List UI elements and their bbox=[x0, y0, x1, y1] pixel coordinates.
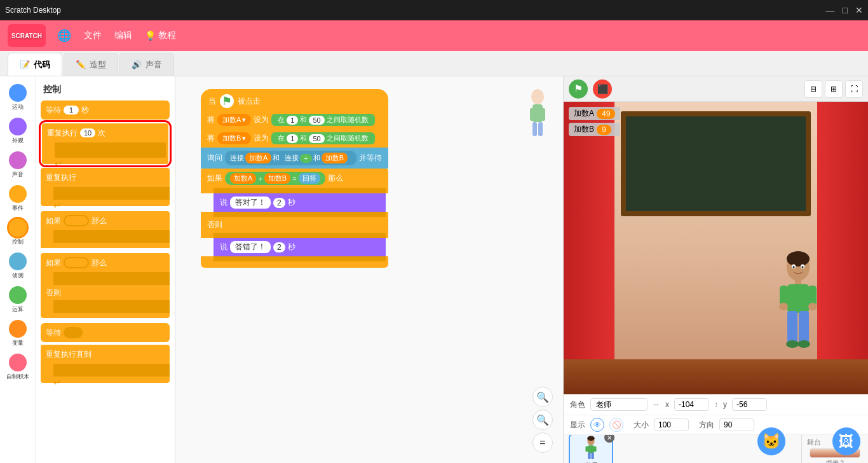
edit-menu[interactable]: 编辑 bbox=[108, 26, 139, 45]
zoom-out-icon: 🔍 bbox=[536, 414, 549, 426]
eq-sign: = bbox=[292, 175, 296, 183]
script-container: 当 ⚑ 被点击 将 加数A ▾ 设为 在 1 和 50 bbox=[201, 89, 388, 268]
if-foot bbox=[41, 243, 170, 248]
category-variables[interactable]: 变量 bbox=[2, 317, 34, 350]
set-var-b-block[interactable]: 将 加数B ▾ 设为 在 1 和 50 之间取随机数 bbox=[201, 129, 388, 148]
zoom-out-button[interactable]: 🔍 bbox=[532, 410, 553, 430]
else-body-indent bbox=[201, 233, 388, 238]
if-body bbox=[41, 230, 170, 243]
size-input[interactable] bbox=[654, 418, 689, 431]
stage-section-label: 舞台 bbox=[807, 438, 821, 447]
cond-var-a: 加数A bbox=[230, 173, 256, 184]
y-input[interactable] bbox=[732, 398, 767, 411]
category-sound[interactable]: 声音 bbox=[2, 149, 34, 181]
sprite-name-input[interactable] bbox=[590, 398, 648, 411]
ask-block[interactable]: 询问 连接 加数A 和 连接 + 和 加数B 并等待 bbox=[201, 148, 388, 169]
var-a-value: 49 bbox=[597, 109, 615, 119]
categories-panel: 运动 外观 声音 事件 控制 侦测 运算 变量 bbox=[0, 76, 36, 463]
category-operators[interactable]: 运算 bbox=[2, 284, 34, 316]
category-control[interactable]: 控制 bbox=[2, 216, 34, 249]
wait-block-label: 等待 bbox=[46, 105, 61, 116]
stage-header: ⚑ ⬛ ⊟ ⊞ ⛶ bbox=[564, 76, 868, 102]
minimize-button[interactable]: — bbox=[826, 5, 835, 15]
repeat-label: 重复执行 bbox=[47, 128, 78, 139]
range-b-val2[interactable]: 50 bbox=[309, 134, 324, 143]
tab-costume[interactable]: ✏️ 造型 bbox=[64, 53, 118, 76]
repeat-block[interactable]: 重复执行 10 次 bbox=[42, 123, 168, 142]
say-sec: 秒 bbox=[288, 197, 295, 208]
cond-var-b: 加数B bbox=[264, 173, 290, 184]
tutorial-icon: 💡 bbox=[145, 31, 156, 41]
repeat-until-foot: ↩ bbox=[41, 377, 170, 383]
close-button[interactable]: ✕ bbox=[855, 5, 863, 15]
join1-label: 连接 bbox=[230, 153, 244, 163]
wait-block[interactable]: 等待 1 秒 bbox=[41, 100, 170, 120]
add-sprite-button[interactable]: 🐱 bbox=[757, 427, 785, 455]
category-sensing[interactable]: 侦测 bbox=[2, 250, 34, 282]
stop-button[interactable]: ⬛ bbox=[593, 79, 612, 99]
category-events[interactable]: 事件 bbox=[2, 183, 34, 215]
tabbar: 📝 代码 ✏️ 造型 🔊 声音 bbox=[0, 51, 868, 76]
wrong-time[interactable]: 2 bbox=[273, 242, 285, 252]
repeat-until-block[interactable]: 重复执行直到 bbox=[41, 345, 170, 364]
add-background-button[interactable]: 🖼 bbox=[832, 427, 860, 455]
x-input[interactable] bbox=[674, 398, 709, 411]
large-stage-button[interactable]: ⊞ bbox=[825, 80, 843, 98]
tab-code-label: 代码 bbox=[34, 59, 50, 71]
svg-point-10 bbox=[793, 266, 795, 268]
wait2-block[interactable]: 等待 bbox=[41, 323, 170, 342]
set-var-a-block[interactable]: 将 加数A ▾ 设为 在 1 和 50 之间取随机数 bbox=[201, 111, 388, 129]
menubar: SCRATCH 🌐 文件 编辑 💡 教程 bbox=[0, 20, 868, 51]
tab-code[interactable]: 📝 代码 bbox=[8, 53, 62, 76]
forever-block[interactable]: 重复执行 bbox=[41, 168, 170, 187]
svg-point-23 bbox=[587, 436, 594, 441]
if-header[interactable]: 如果 加数A + 加数B = 回答 那么 bbox=[201, 169, 388, 188]
category-myblocks-label: 自制积木 bbox=[6, 373, 29, 381]
var-b-selector[interactable]: 加数B ▾ bbox=[217, 132, 251, 144]
if-else-block[interactable]: 如果 那么 bbox=[41, 253, 170, 272]
svg-point-11 bbox=[802, 266, 804, 268]
svg-rect-3 bbox=[539, 108, 545, 121]
sprite-delete-button[interactable]: ✕ bbox=[604, 435, 614, 443]
tutorial-menu[interactable]: 💡 教程 bbox=[139, 26, 182, 45]
say-wrong-block[interactable]: 说 答错了！ 2 秒 bbox=[214, 238, 386, 256]
show-button[interactable]: 👁 bbox=[590, 418, 604, 432]
svg-point-17 bbox=[808, 303, 817, 310]
zoom-in-button[interactable]: 🔍 bbox=[532, 387, 553, 407]
repeat-input[interactable]: 10 bbox=[80, 128, 95, 137]
green-flag-button[interactable]: ⚑ bbox=[569, 79, 588, 99]
sprite-thumb-teacher[interactable]: ✕ 老师 bbox=[569, 435, 613, 463]
fullscreen-button[interactable]: ⛶ bbox=[845, 80, 863, 98]
file-menu[interactable]: 文件 bbox=[78, 26, 108, 45]
maximize-button[interactable]: □ bbox=[843, 5, 848, 15]
zoom-reset-button[interactable]: = bbox=[532, 432, 553, 453]
hat-block[interactable]: 当 ⚑ 被点击 bbox=[201, 89, 388, 111]
range-a-val2[interactable]: 50 bbox=[309, 116, 324, 125]
svg-rect-24 bbox=[588, 445, 594, 453]
sensing-circle bbox=[9, 252, 27, 270]
hide-button[interactable]: 🚫 bbox=[609, 418, 623, 432]
bg-count: 背景 2 bbox=[826, 459, 844, 463]
say-correct-block[interactable]: 说 答对了！ 2 秒 bbox=[214, 193, 386, 212]
wait-input[interactable]: 1 bbox=[64, 106, 79, 114]
say-time[interactable]: 2 bbox=[273, 198, 285, 208]
globe-menu[interactable]: 🌐 bbox=[51, 25, 78, 46]
script-area[interactable]: 当 ⚑ 被点击 将 加数A ▾ 设为 在 1 和 50 bbox=[175, 76, 563, 463]
correct-text: 答对了！ bbox=[230, 197, 271, 209]
category-motion[interactable]: 运动 bbox=[2, 81, 34, 114]
category-myblocks[interactable]: 自制积木 bbox=[2, 351, 34, 384]
direction-input[interactable] bbox=[719, 418, 754, 431]
if-block[interactable]: 如果 那么 bbox=[41, 211, 170, 230]
range-a-val1[interactable]: 1 bbox=[287, 116, 298, 125]
zoom-controls: 🔍 🔍 = bbox=[532, 387, 553, 453]
sound-icon: 🔊 bbox=[132, 60, 142, 69]
category-looks[interactable]: 外观 bbox=[2, 115, 34, 148]
var-a-selector[interactable]: 加数A ▾ bbox=[217, 114, 251, 126]
category-operators-label: 运算 bbox=[12, 305, 24, 314]
small-stage-button[interactable]: ⊟ bbox=[804, 80, 822, 98]
titlebar-right: — □ ✕ bbox=[826, 5, 863, 15]
range-b-val1[interactable]: 1 bbox=[287, 134, 298, 143]
category-control-label: 控制 bbox=[12, 238, 24, 246]
tab-sound[interactable]: 🔊 声音 bbox=[119, 53, 174, 76]
titlebar-left: Scratch Desktop bbox=[5, 6, 61, 15]
